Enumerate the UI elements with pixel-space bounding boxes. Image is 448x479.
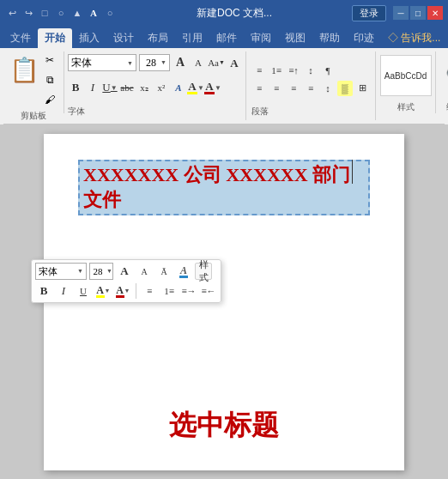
styles-group: AaBbCcDd 样式 [376, 52, 436, 113]
inline-highlight-color: A [96, 285, 105, 298]
inline-numbering-button[interactable]: 1≡ [160, 282, 178, 300]
inline-case-button[interactable]: Ā [155, 263, 173, 280]
justify-button[interactable]: ≡ [303, 81, 318, 96]
tab-references[interactable]: 引用 [175, 28, 209, 48]
numbering-button[interactable]: 1≡ [269, 63, 284, 78]
maximize-button[interactable]: □ [410, 6, 426, 20]
font-shrink-button[interactable]: A [191, 55, 206, 70]
inline-toolbar: 宋体 ▼ 28 ▼ A A Ā A 样式 B I U [31, 259, 221, 303]
inline-italic-button[interactable]: I [55, 282, 72, 300]
find-icon[interactable]: 🔍 [439, 55, 448, 96]
inline-font-size[interactable]: 28 ▼ [89, 263, 113, 280]
clear-a-icon: A [230, 58, 238, 69]
inline-highlight-button[interactable]: A ▼ [94, 282, 112, 300]
save-icon[interactable]: □ [38, 6, 51, 20]
close-button[interactable]: ✕ [427, 6, 443, 20]
tab-insert[interactable]: 插入 [72, 28, 106, 48]
superscript-button[interactable]: x² [154, 80, 169, 95]
change-case-button[interactable]: Aa▼ [209, 55, 224, 70]
tab-review[interactable]: 审阅 [244, 28, 278, 48]
inline-outdent-button[interactable]: ≡← [200, 282, 217, 300]
subscript-button[interactable]: x₂ [136, 80, 152, 95]
tab-mailings[interactable]: 邮件 [209, 28, 244, 48]
redo-icon[interactable]: ↪ [21, 6, 35, 20]
inline-underline-button[interactable]: U [75, 282, 92, 300]
tab-ink[interactable]: 印迹 [347, 28, 381, 48]
show-marks-button[interactable]: ¶ [320, 63, 336, 78]
highlight-icon: A [187, 81, 197, 94]
tab-help[interactable]: 帮助 [312, 28, 347, 48]
align-left-button[interactable]: ≡ [251, 81, 267, 96]
quick2-icon[interactable]: ▲ [70, 6, 84, 20]
document-title-selected[interactable]: XXXXXXX 公司 XXXXXX 部门文件 [78, 160, 370, 215]
text-effect-button[interactable]: A [171, 80, 186, 95]
bold-button[interactable]: B [68, 80, 83, 95]
cursor-line [352, 160, 353, 184]
cut-button[interactable]: ✂ [41, 52, 58, 69]
align-right-button[interactable]: ≡ [286, 81, 301, 96]
inline-grow-button[interactable]: A [116, 263, 133, 280]
inline-font-name[interactable]: 宋体 ▼ [35, 263, 87, 280]
inline-style-button[interactable]: 样式 [195, 263, 212, 280]
title-bar: ↩ ↪ □ ○ ▲ A ○ 新建DOC 文档... 登录 ─ □ ✕ [0, 0, 448, 26]
editing-group: 🔍 编辑 [436, 52, 448, 113]
italic-button[interactable]: I [85, 80, 100, 95]
inline-font-color-button[interactable]: A ▼ [114, 282, 131, 300]
inline-toolbar-row2: B I U A ▼ A ▼ ≡ 1≡ ≡→ ≡← [35, 282, 217, 300]
quick1-icon[interactable]: ○ [54, 6, 68, 20]
paragraph-row1: ≡ 1≡ ≡↑ ↕ ¶ [251, 63, 370, 78]
tab-design[interactable]: 设计 [106, 28, 141, 48]
shading-button[interactable]: ▒ [337, 81, 353, 96]
paste-icon[interactable]: 📋 [9, 52, 39, 88]
font-size-selector[interactable]: 28 ▼ [139, 54, 170, 71]
tab-home[interactable]: 开始 [38, 28, 72, 48]
inline-indent-button[interactable]: ≡→ [180, 282, 197, 300]
highlight-color-button[interactable]: A ▼ [188, 80, 203, 95]
minimize-button[interactable]: ─ [393, 6, 409, 20]
document-area: 宋体 ▼ 28 ▼ A A Ā A 样式 B I U [0, 125, 448, 479]
inline-highlight-icon[interactable]: A [175, 263, 192, 280]
ribbon-tabs: 文件 开始 插入 设计 布局 引用 邮件 审阅 视图 帮助 印迹 ◇ 告诉我..… [0, 26, 448, 48]
font-color-button[interactable]: A ▼ [205, 80, 221, 95]
title-bar-left-icons: ↩ ↪ □ ○ ▲ A ○ [5, 6, 117, 20]
font-name-selector[interactable]: 宋体 ▼ [68, 54, 136, 71]
border-button[interactable]: ⊞ [354, 81, 370, 96]
font-grow-button[interactable]: A [173, 55, 188, 70]
inline-separator [136, 283, 136, 299]
sort-button[interactable]: ↕ [303, 63, 318, 78]
format-painter-button[interactable]: 🖌 [41, 91, 58, 108]
ribbon: 📋 ✂ ⧉ 🖌 剪贴板 宋体 ▼ 28 [0, 48, 448, 125]
inline-bold-button[interactable]: B [35, 282, 52, 300]
outline-button[interactable]: ≡↑ [286, 63, 301, 78]
inline-font-color-a: A [116, 285, 124, 298]
line-spacing-button[interactable]: ↕ [320, 81, 336, 96]
selected-title-text: XXXXXXX 公司 XXXXXX 部门文件 [78, 160, 370, 215]
paste-area: 📋 [9, 52, 39, 108]
tab-search[interactable]: ◇ 告诉我... [381, 28, 447, 48]
undo-icon[interactable]: ↩ [5, 6, 19, 20]
font-group: 宋体 ▼ 28 ▼ A A Aa▼ A B I [64, 52, 246, 120]
copy-button[interactable]: ⧉ [41, 71, 58, 88]
inline-shrink-button[interactable]: A [136, 263, 153, 280]
font-row2: B I U▼ abc x₂ x² A A ▼ A [68, 80, 242, 95]
styles-preview[interactable]: AaBbCcDd [380, 55, 432, 96]
bullets-button[interactable]: ≡ [251, 63, 267, 78]
tab-layout[interactable]: 布局 [141, 28, 175, 48]
clipboard-group: 📋 ✂ ⧉ 🖌 剪贴板 [3, 52, 64, 113]
paragraph-group: ≡ 1≡ ≡↑ ↕ ¶ ≡ ≡ ≡ ≡ ↕ ▒ ⊞ 段落 [246, 52, 376, 120]
inline-bullets-button[interactable]: ≡ [141, 282, 158, 300]
font-size-caret: ▼ [160, 59, 166, 66]
clear-format-button[interactable]: A [227, 55, 242, 70]
underline-button[interactable]: U▼ [102, 80, 118, 95]
ribbon-separator [3, 124, 445, 124]
login-button[interactable]: 登录 [352, 5, 386, 21]
align-center-button[interactable]: ≡ [269, 81, 284, 96]
quick4-icon[interactable]: ○ [103, 6, 117, 20]
tab-view[interactable]: 视图 [278, 28, 312, 48]
strikethrough-button[interactable]: abc [119, 80, 135, 95]
font-row1: 宋体 ▼ 28 ▼ A A Aa▼ A [68, 54, 242, 71]
inline-font-size-value: 28 [90, 266, 106, 276]
quick3-icon[interactable]: A [87, 6, 100, 20]
inline-size-caret: ▼ [106, 268, 112, 275]
tab-file[interactable]: 文件 [3, 28, 38, 48]
